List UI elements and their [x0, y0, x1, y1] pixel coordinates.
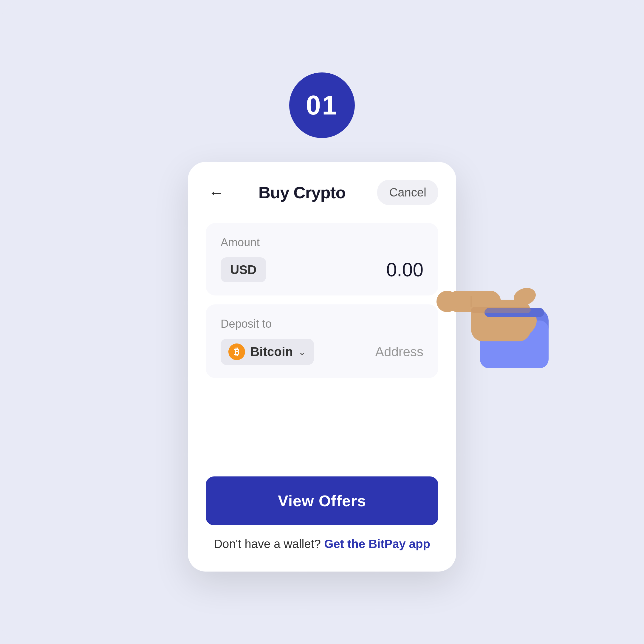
- step-number: 01: [306, 90, 338, 121]
- svg-point-2: [471, 300, 537, 341]
- svg-rect-0: [480, 309, 549, 368]
- page-title: Buy Crypto: [258, 183, 346, 202]
- amount-label: Amount: [221, 236, 423, 249]
- crypto-selector[interactable]: ₿ Bitcoin ⌄: [221, 339, 314, 365]
- bitcoin-icon: ₿: [228, 343, 245, 360]
- svg-rect-1: [480, 321, 549, 368]
- deposit-section: Deposit to ₿ Bitcoin ⌄ Address: [206, 304, 438, 378]
- back-arrow-icon: ←: [208, 185, 224, 200]
- wallet-link[interactable]: Get the BitPay app: [324, 537, 430, 550]
- currency-badge[interactable]: USD: [221, 257, 266, 282]
- page-wrapper: 01 ← Buy Crypto Cancel Amount USD 0.00: [0, 0, 644, 644]
- step-badge: 01: [289, 72, 355, 138]
- back-button[interactable]: ←: [206, 182, 227, 203]
- deposit-label: Deposit to: [221, 318, 423, 330]
- svg-rect-8: [484, 308, 544, 317]
- amount-section: Amount USD 0.00: [206, 223, 438, 295]
- address-placeholder[interactable]: Address: [375, 344, 423, 359]
- phone-header: ← Buy Crypto Cancel: [206, 180, 438, 205]
- chevron-down-icon: ⌄: [298, 346, 306, 357]
- amount-value[interactable]: 0.00: [386, 259, 423, 281]
- phone-card: ← Buy Crypto Cancel Amount USD 0.00 Depo…: [188, 162, 456, 572]
- content-spacer: [206, 387, 438, 476]
- deposit-row: ₿ Bitcoin ⌄ Address: [221, 339, 423, 365]
- wallet-prompt-row: Don't have a wallet? Get the BitPay app: [206, 537, 438, 551]
- phone-container: ← Buy Crypto Cancel Amount USD 0.00 Depo…: [188, 162, 456, 572]
- svg-point-7: [511, 285, 538, 309]
- svg-rect-3: [471, 300, 531, 341]
- view-offers-button[interactable]: View Offers: [206, 476, 438, 525]
- svg-rect-9: [471, 307, 531, 313]
- wallet-prompt-text: Don't have a wallet?: [214, 537, 321, 550]
- bitcoin-label: Bitcoin: [250, 345, 293, 359]
- bitcoin-symbol: ₿: [234, 346, 239, 357]
- amount-row: USD 0.00: [221, 257, 423, 282]
- cancel-button[interactable]: Cancel: [377, 180, 438, 205]
